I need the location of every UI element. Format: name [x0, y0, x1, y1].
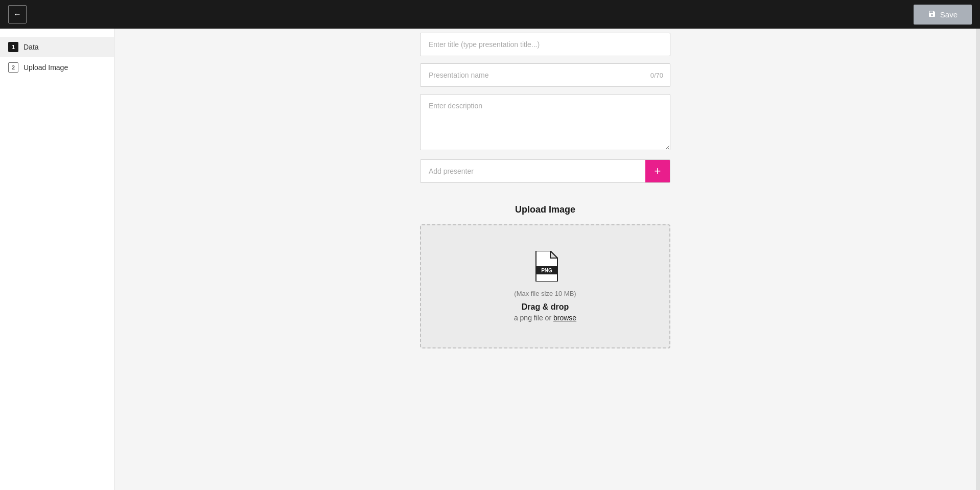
form-container: 0/70 +: [420, 29, 670, 190]
browse-text: a png file or browse: [514, 314, 576, 322]
add-presenter-button[interactable]: +: [645, 160, 670, 182]
sidebar-item-data[interactable]: 1 Data: [0, 37, 114, 57]
add-presenter-icon: +: [655, 165, 661, 178]
right-scrollbar: [976, 29, 980, 490]
step-badge-2: 2: [8, 62, 18, 73]
char-count: 0/70: [650, 72, 663, 79]
page-layout: 1 Data 2 Upload Image 0/70: [0, 29, 980, 490]
save-icon: [928, 10, 936, 19]
browse-prefix: a png file or: [514, 314, 551, 322]
upload-dropzone[interactable]: PNG (Max file size 10 MB) Drag & drop a …: [420, 224, 670, 348]
max-file-size-label: (Max file size 10 MB): [514, 290, 576, 297]
presenter-input[interactable]: [421, 160, 645, 182]
sidebar-item-data-label: Data: [24, 43, 39, 51]
back-arrow-icon: ←: [13, 10, 21, 19]
upload-title: Upload Image: [420, 204, 670, 215]
back-button[interactable]: ←: [8, 5, 27, 24]
presentation-name-field-group: 0/70: [420, 63, 670, 87]
description-field-group: [420, 94, 670, 152]
png-file-icon: PNG: [532, 251, 558, 282]
sidebar-item-upload-image[interactable]: 2 Upload Image: [0, 57, 114, 78]
top-bar: ← Save: [0, 0, 980, 29]
drag-drop-label: Drag & drop: [522, 302, 569, 312]
description-textarea[interactable]: [420, 94, 670, 150]
presentation-name-input[interactable]: [420, 63, 670, 87]
upload-section: Upload Image PNG (Max file size 10 MB): [420, 190, 670, 348]
sidebar-item-upload-label: Upload Image: [24, 63, 68, 72]
save-label: Save: [940, 10, 958, 19]
title-field-group: [420, 33, 670, 56]
presentation-name-wrapper: 0/70: [420, 63, 670, 87]
browse-link[interactable]: browse: [553, 314, 576, 322]
presenter-field-group: +: [420, 159, 670, 183]
step-badge-1: 1: [8, 42, 18, 52]
title-input[interactable]: [420, 33, 670, 56]
sidebar: 1 Data 2 Upload Image: [0, 29, 114, 490]
presenter-row: +: [420, 159, 670, 183]
save-button[interactable]: Save: [914, 5, 972, 25]
main-content: 0/70 + Upload Image: [114, 29, 976, 490]
svg-text:PNG: PNG: [541, 268, 552, 273]
